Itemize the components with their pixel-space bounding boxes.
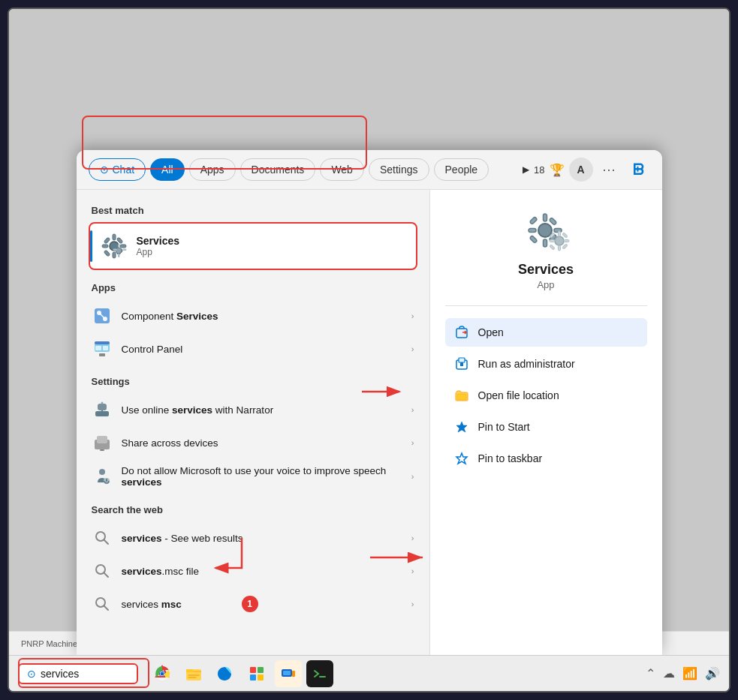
best-match-title: Services <box>137 235 180 247</box>
svg-rect-60 <box>460 362 463 366</box>
svg-rect-3 <box>102 245 108 248</box>
narrator-services-item[interactable]: Use online services with Narrator › <box>77 393 429 426</box>
app-icon-large <box>519 208 573 253</box>
edge-icon[interactable] <box>212 660 239 687</box>
svg-rect-11 <box>118 254 120 257</box>
share-devices-text: Share across devices <box>122 437 402 449</box>
svg-rect-49 <box>559 231 561 236</box>
wifi-icon[interactable]: 📶 <box>682 666 697 680</box>
chevron-icon-1: › <box>411 311 414 320</box>
pin-start-label: Pin to Start <box>478 421 530 433</box>
terminal-icon[interactable] <box>306 660 333 687</box>
svg-rect-55 <box>550 245 555 250</box>
web-services-text-1: services - See web results <box>122 533 402 544</box>
chevron-icon-4: › <box>411 438 414 447</box>
svg-rect-56 <box>562 233 568 238</box>
best-match-item[interactable]: Services App <box>89 222 417 270</box>
svg-rect-19 <box>95 341 110 344</box>
settings-button[interactable]: Settings <box>369 158 429 181</box>
virtualbox-icon[interactable] <box>275 660 302 687</box>
share-devices-item[interactable]: Share across devices › <box>77 426 429 459</box>
svg-rect-61 <box>457 394 466 400</box>
documents-button[interactable]: Documents <box>240 158 316 181</box>
svg-rect-54 <box>562 244 568 249</box>
svg-rect-71 <box>186 669 193 672</box>
action-run-admin[interactable]: Run as administrator <box>445 350 647 378</box>
svg-rect-44 <box>529 217 538 225</box>
up-arrow-icon[interactable]: ⌃ <box>646 666 655 680</box>
web-button[interactable]: Web <box>320 158 364 181</box>
svg-rect-21 <box>103 346 108 350</box>
all-button[interactable]: All <box>150 158 185 181</box>
svg-rect-59 <box>459 358 465 362</box>
svg-rect-78 <box>292 671 295 677</box>
chevron-icon-2: › <box>411 344 414 353</box>
action-open[interactable]: Open <box>445 318 647 347</box>
best-match-subtitle: App <box>137 247 180 257</box>
svg-point-39 <box>538 224 552 237</box>
nav-trophy-icon: 🏆 <box>550 163 565 177</box>
search-content: Best match <box>77 190 662 655</box>
svg-rect-5 <box>104 237 110 243</box>
chevron-icon-3: › <box>411 405 414 414</box>
voice-services-item[interactable]: Do not allow Microsoft to use your voice… <box>77 459 429 494</box>
bing-button[interactable]: ᗸ <box>626 158 650 182</box>
svg-rect-73 <box>258 667 264 673</box>
cloud-icon[interactable]: ☁ <box>663 666 675 680</box>
volume-icon[interactable]: 🔊 <box>705 666 720 680</box>
svg-rect-75 <box>258 674 264 680</box>
voice-icon <box>92 466 113 487</box>
svg-rect-42 <box>529 229 536 233</box>
svg-rect-13 <box>122 249 126 251</box>
svg-point-30 <box>99 469 105 475</box>
control-panel-text: Control Panel <box>122 344 402 355</box>
right-panel: Services App Open <box>429 190 662 655</box>
svg-rect-12 <box>113 249 116 251</box>
store-icon[interactable] <box>243 660 270 687</box>
web-services-text-2: services.msc file <box>122 566 402 577</box>
svg-rect-24 <box>98 404 107 410</box>
settings-section-label: Settings <box>77 373 429 393</box>
taskbar-tray: ⌃ ☁ 📶 🔊 <box>646 666 720 680</box>
people-button[interactable]: People <box>434 158 489 181</box>
action-open-location[interactable]: Open file location <box>445 381 647 410</box>
apps-button[interactable]: Apps <box>189 158 236 181</box>
search-web-icon-1 <box>92 527 113 548</box>
nav-play-icon: ▶ <box>523 164 529 175</box>
svg-line-36 <box>104 573 108 578</box>
web-services-item-1[interactable]: services - See web results › <box>77 521 429 554</box>
taskbar-search-icon: ⊙ <box>27 668 36 680</box>
avatar-button[interactable]: A <box>569 158 593 182</box>
chrome-icon[interactable] <box>149 660 176 687</box>
svg-rect-52 <box>564 240 569 242</box>
more-button[interactable]: ··· <box>598 158 622 182</box>
svg-rect-20 <box>95 346 101 350</box>
svg-rect-77 <box>283 671 291 675</box>
web-services-item-2[interactable]: services.msc file › <box>77 554 429 587</box>
svg-rect-28 <box>97 436 107 443</box>
svg-rect-50 <box>559 245 561 251</box>
web-services-text-3: services msc <box>122 599 402 610</box>
component-services-item[interactable]: Component Services › <box>77 299 429 332</box>
notification-badge: 1 <box>242 596 258 612</box>
svg-point-26 <box>101 402 103 404</box>
action-pin-start[interactable]: Pin to Start <box>445 413 647 441</box>
svg-rect-1 <box>113 234 116 240</box>
file-explorer-icon[interactable] <box>180 660 207 687</box>
component-services-icon <box>92 305 113 326</box>
svg-line-38 <box>104 606 108 611</box>
chevron-icon-8: › <box>411 599 414 608</box>
search-nav: ⊙ Chat All Apps Documents Web Settings P… <box>77 150 662 190</box>
svg-line-34 <box>104 540 108 545</box>
chat-button[interactable]: ⊙ Chat <box>89 158 146 181</box>
taskbar-search-bar[interactable]: ⊙ services <box>18 663 138 684</box>
chevron-icon-6: › <box>411 533 414 542</box>
web-services-item-3[interactable]: services msc 1 › <box>77 587 429 620</box>
right-panel-app-type: App <box>537 279 554 290</box>
control-panel-item[interactable]: Control Panel › <box>77 332 429 365</box>
screen: PNRP Machine Name Publi... This service … <box>8 8 730 692</box>
apps-section-label: Apps <box>77 279 429 299</box>
action-pin-taskbar[interactable]: Pin to taskbar <box>445 444 647 473</box>
taskbar-search-text[interactable]: services <box>41 668 79 680</box>
best-match-section: Best match <box>77 202 429 270</box>
